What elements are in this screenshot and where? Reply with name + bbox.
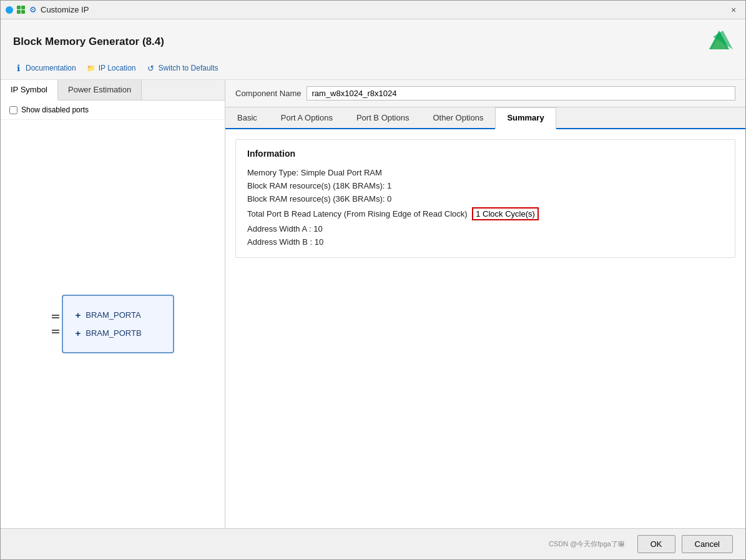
portb-label: BRAM_PORTB xyxy=(86,328,141,338)
window-title: Customize IP xyxy=(41,5,89,14)
tab-other-options[interactable]: Other Options xyxy=(421,107,495,128)
connector-b xyxy=(52,330,59,333)
porta-plus-icon: + xyxy=(76,310,81,320)
info-row-0: Memory Type: Simple Dual Port RAM xyxy=(247,166,724,179)
ip-location-icon: 📁 xyxy=(86,63,96,73)
block-title-text: Block Memory Generator (8.4) xyxy=(13,36,164,48)
ip-location-link[interactable]: 📁 IP Location xyxy=(86,63,136,73)
porta-label: BRAM_PORTA xyxy=(86,310,140,320)
app-icon-circle xyxy=(6,6,13,14)
left-panel: IP Symbol Power Estimation Show disabled… xyxy=(1,80,225,528)
connector-line xyxy=(52,332,59,333)
bram-portb-port: + BRAM_PORTB xyxy=(76,324,160,342)
left-tabs: IP Symbol Power Estimation xyxy=(1,80,225,101)
bottom-bar: CSDN @今天你fpga了嘛 OK Cancel xyxy=(1,528,745,559)
portb-plus-icon: + xyxy=(76,328,81,338)
main-window: ⚙ Customize IP × Block Memory Generator … xyxy=(0,0,746,560)
switch-defaults-icon: ↺ xyxy=(146,63,156,73)
info-section: Information Memory Type: Simple Dual Por… xyxy=(235,139,735,258)
show-disabled-ports-label[interactable]: Show disabled ports xyxy=(21,106,89,114)
bram-porta-port: + BRAM_PORTA xyxy=(76,306,160,324)
bram-symbol-box: + BRAM_PORTA + BRAM_PORTB xyxy=(62,295,174,353)
latency-label: Total Port B Read Latency (From Rising E… xyxy=(247,209,468,219)
show-disabled-ports-checkbox[interactable] xyxy=(9,106,17,114)
right-tabs: Basic Port A Options Port B Options Othe… xyxy=(225,107,745,129)
info-row-5: Address Width B : 10 xyxy=(247,235,724,248)
cancel-button[interactable]: Cancel xyxy=(682,535,733,553)
block-title-row: Block Memory Generator (8.4) xyxy=(13,28,733,56)
toolbar: ℹ Documentation 📁 IP Location ↺ Switch t… xyxy=(13,63,733,73)
ok-button[interactable]: OK xyxy=(637,535,675,553)
vivado-logo xyxy=(705,28,733,56)
main-body: IP Symbol Power Estimation Show disabled… xyxy=(1,80,745,528)
documentation-link[interactable]: ℹ Documentation xyxy=(13,63,76,73)
tab-port-a-options[interactable]: Port A Options xyxy=(269,107,345,128)
info-row-4: Address Width A : 10 xyxy=(247,222,724,235)
info-row-3: Total Port B Read Latency (From Rising E… xyxy=(247,205,724,222)
app-icon-gear: ⚙ xyxy=(29,6,37,14)
header-section: Block Memory Generator (8.4) ℹ Documenta… xyxy=(1,19,745,80)
left-connectors xyxy=(52,315,59,333)
switch-defaults-link[interactable]: ↺ Switch to Defaults xyxy=(146,63,218,73)
tab-port-b-options[interactable]: Port B Options xyxy=(345,107,421,128)
latency-value-highlight: 1 Clock Cycle(s) xyxy=(472,207,539,220)
show-ports-row: Show disabled ports xyxy=(1,101,225,120)
connector-line xyxy=(52,315,59,316)
info-row-2: Block RAM resource(s) (36K BRAMs): 0 xyxy=(247,192,724,205)
title-bar: ⚙ Customize IP × xyxy=(1,1,745,19)
summary-content: Information Memory Type: Simple Dual Por… xyxy=(225,129,745,528)
title-bar-left: ⚙ Customize IP xyxy=(6,5,89,14)
tab-basic[interactable]: Basic xyxy=(225,107,269,128)
tab-summary[interactable]: Summary xyxy=(495,107,556,129)
tab-power-estimation[interactable]: Power Estimation xyxy=(58,80,142,100)
close-button[interactable]: × xyxy=(727,3,740,17)
tab-ip-symbol[interactable]: IP Symbol xyxy=(1,80,58,101)
symbol-area: + BRAM_PORTA + BRAM_PORTB xyxy=(1,120,225,528)
documentation-icon: ℹ xyxy=(13,63,23,73)
watermark: CSDN @今天你fpga了嘛 xyxy=(13,539,631,549)
connector-line xyxy=(52,317,59,318)
connector-line xyxy=(52,330,59,331)
component-name-label: Component Name xyxy=(235,89,302,98)
bram-symbol-container: + BRAM_PORTA + BRAM_PORTB xyxy=(52,295,174,353)
component-name-row: Component Name xyxy=(225,80,745,107)
info-section-title: Information xyxy=(247,149,724,159)
info-row-1: Block RAM resource(s) (18K BRAMs): 1 xyxy=(247,179,724,192)
connector-a xyxy=(52,315,59,318)
component-name-input[interactable] xyxy=(307,86,736,101)
right-panel: Component Name Basic Port A Options Port… xyxy=(225,80,745,528)
app-icon-grid xyxy=(17,6,25,14)
